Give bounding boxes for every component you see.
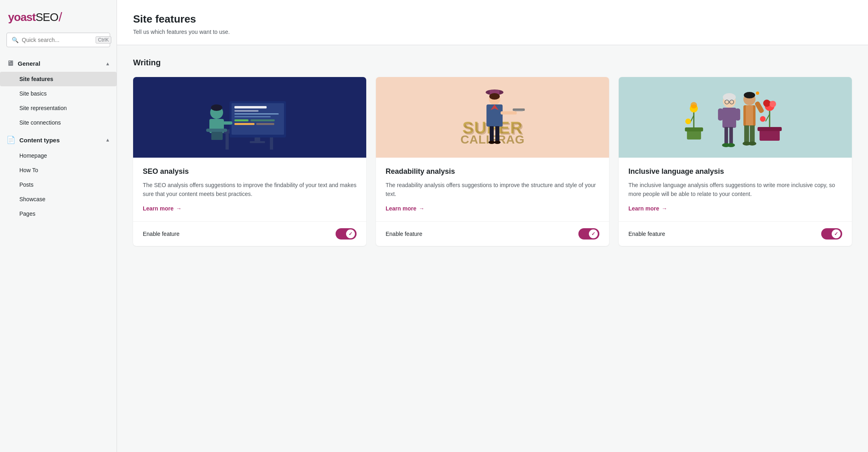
- document-icon: 📄: [6, 135, 15, 144]
- logo: yoastSEO/: [0, 0, 117, 33]
- toggle-readability[interactable]: ✓: [578, 228, 599, 240]
- card-footer-seo: Enable feature ✓: [133, 221, 366, 246]
- svg-rect-31: [490, 126, 494, 142]
- learn-more-link-inclusive[interactable]: Learn more →: [628, 205, 842, 212]
- svg-rect-58: [722, 108, 736, 128]
- svg-point-67: [756, 92, 759, 95]
- learn-more-link-seo[interactable]: Learn more →: [143, 205, 357, 212]
- search-icon: 🔍: [12, 37, 19, 43]
- svg-rect-8: [234, 116, 271, 117]
- svg-rect-21: [222, 121, 232, 125]
- card-inclusive-language: Inclusive language analysis The inclusiv…: [619, 77, 852, 246]
- svg-rect-14: [250, 141, 265, 143]
- card-title-seo: SEO analysis: [143, 167, 357, 176]
- nav-section-label-general: General: [18, 60, 40, 67]
- svg-point-44: [685, 119, 691, 124]
- page-header: Site features Tell us which features you…: [117, 0, 868, 45]
- nav-section-content-types: 📄 Content types ▲ Homepage How To Posts …: [0, 131, 117, 221]
- svg-rect-20: [211, 132, 223, 140]
- page-title: Site features: [133, 13, 852, 25]
- svg-point-50: [770, 101, 776, 107]
- sidebar-item-how-to[interactable]: How To: [0, 163, 117, 177]
- sidebar-item-site-connections[interactable]: Site connections: [0, 115, 117, 130]
- svg-point-52: [760, 116, 766, 122]
- svg-rect-46: [757, 127, 782, 131]
- svg-point-42: [691, 102, 697, 108]
- card-body-seo: SEO analysis The SEO analysis offers sug…: [133, 158, 366, 221]
- chevron-up-icon: ▲: [105, 61, 110, 67]
- readability-illustration: SUPER CALIFRAG SUPER: [388, 81, 597, 154]
- arrow-icon-inclusive: →: [661, 205, 667, 212]
- card-footer-inclusive: Enable feature ✓: [619, 221, 852, 246]
- logo-yoast: yoast: [8, 11, 35, 24]
- svg-rect-63: [718, 108, 723, 121]
- section-title-writing: Writing: [133, 58, 852, 67]
- card-body-readability: Readability analysis The readability ana…: [376, 158, 609, 221]
- enable-label-readability: Enable feature: [386, 231, 422, 237]
- svg-rect-71: [750, 125, 755, 144]
- toggle-knob-inclusive: ✓: [832, 229, 841, 238]
- toggle-seo[interactable]: ✓: [336, 228, 357, 240]
- nav-section-header-content-types[interactable]: 📄 Content types ▲: [0, 131, 117, 148]
- card-title-inclusive: Inclusive language analysis: [628, 167, 842, 176]
- search-input[interactable]: [22, 37, 92, 43]
- svg-point-49: [763, 100, 770, 107]
- sidebar-item-site-representation[interactable]: Site representation: [0, 101, 117, 115]
- svg-point-54: [723, 93, 736, 101]
- sidebar-item-showcase[interactable]: Showcase: [0, 192, 117, 206]
- svg-rect-13: [255, 137, 260, 142]
- svg-point-16: [211, 104, 222, 111]
- svg-rect-7: [234, 113, 279, 115]
- card-title-readability: Readability analysis: [386, 167, 599, 176]
- svg-point-28: [489, 93, 500, 100]
- chevron-up-icon-2: ▲: [105, 137, 110, 143]
- logo-slash: /: [58, 10, 62, 25]
- sidebar-item-homepage[interactable]: Homepage: [0, 148, 117, 163]
- svg-point-33: [488, 141, 495, 144]
- main-content: Site features Tell us which features you…: [117, 0, 868, 452]
- nav-section-label-content-types: Content types: [19, 137, 60, 144]
- toggle-inclusive[interactable]: ✓: [821, 228, 842, 240]
- enable-label-inclusive: Enable feature: [628, 231, 665, 237]
- sidebar-item-site-features[interactable]: Site features: [0, 72, 117, 86]
- page-subtitle: Tell us which features you want to use.: [133, 29, 852, 35]
- svg-rect-70: [744, 125, 749, 144]
- svg-rect-59: [724, 127, 728, 145]
- monitor-icon: 🖥: [6, 59, 14, 68]
- card-description-seo: The SEO analysis offers suggestions to i…: [143, 181, 357, 199]
- card-image-seo: [133, 77, 366, 158]
- svg-rect-18: [206, 129, 227, 132]
- svg-rect-74: [754, 101, 764, 114]
- svg-rect-39: [685, 127, 703, 131]
- svg-point-34: [494, 141, 501, 144]
- card-image-readability: SUPER CALIFRAG SUPER: [376, 77, 609, 158]
- sidebar-item-site-basics[interactable]: Site basics: [0, 86, 117, 101]
- svg-point-66: [744, 92, 755, 98]
- sidebar-item-posts[interactable]: Posts: [0, 177, 117, 192]
- card-seo-analysis: SEO analysis The SEO analysis offers sug…: [133, 77, 366, 246]
- seo-illustration: [145, 81, 355, 154]
- page-body: Writing: [117, 45, 868, 452]
- card-body-inclusive: Inclusive language analysis The inclusiv…: [619, 158, 852, 221]
- search-box[interactable]: 🔍 CtrlK: [6, 33, 110, 47]
- learn-more-link-readability[interactable]: Learn more →: [386, 205, 599, 212]
- arrow-icon-readability: →: [419, 205, 424, 212]
- sidebar-item-pages[interactable]: Pages: [0, 206, 117, 221]
- svg-rect-6: [234, 110, 259, 112]
- card-description-inclusive: The inclusive language analysis offers s…: [628, 181, 842, 199]
- toggle-knob-seo: ✓: [346, 229, 355, 238]
- svg-rect-32: [495, 126, 499, 142]
- svg-rect-35: [501, 111, 517, 115]
- nav-section-general: 🖥 General ▲ Site features Site basics Si…: [0, 55, 117, 130]
- card-footer-readability: Enable feature ✓: [376, 221, 609, 246]
- inclusive-illustration: [630, 81, 840, 154]
- cards-grid: SEO analysis The SEO analysis offers sug…: [133, 77, 852, 246]
- svg-rect-12: [256, 123, 274, 125]
- logo-seo: SEO: [35, 11, 58, 24]
- nav-section-header-general[interactable]: 🖥 General ▲: [0, 55, 117, 72]
- svg-rect-5: [234, 106, 267, 108]
- toggle-knob-readability: ✓: [589, 229, 598, 238]
- card-description-readability: The readability analysis offers suggesti…: [386, 181, 599, 199]
- svg-rect-64: [735, 108, 740, 121]
- arrow-icon-seo: →: [176, 205, 182, 212]
